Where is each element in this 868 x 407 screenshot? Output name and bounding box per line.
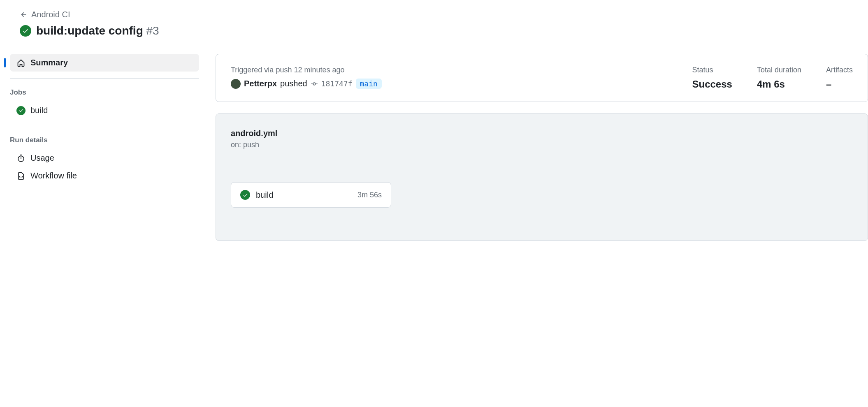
sidebar-item-label: Usage: [30, 153, 54, 163]
run-title-text: build:update config: [36, 24, 143, 37]
trigger-column: Triggered via push 12 minutes ago Petter…: [231, 66, 668, 90]
trigger-row: Petterpx pushed 181747f main: [231, 79, 668, 89]
main-content: Triggered via push 12 minutes ago Petter…: [216, 54, 868, 241]
trigger-action: pushed: [280, 79, 307, 88]
run-number: #3: [146, 24, 159, 37]
check-circle-icon: [16, 106, 26, 115]
duration-value[interactable]: 4m 6s: [757, 79, 801, 90]
svg-point-1: [313, 83, 316, 85]
workflow-file-name[interactable]: android.yml: [231, 129, 853, 138]
commit-icon: [311, 80, 318, 88]
avatar[interactable]: [231, 79, 241, 89]
status-label: Status: [692, 66, 732, 74]
duration-column: Total duration 4m 6s: [757, 66, 801, 90]
run-title: build:update config #3: [36, 24, 159, 37]
title-row: build:update config #3: [20, 24, 868, 37]
job-card-build[interactable]: build 3m 56s: [231, 182, 391, 208]
sidebar-item-usage[interactable]: Usage: [10, 149, 199, 167]
home-icon: [16, 58, 26, 67]
sidebar-heading-jobs: Jobs: [10, 85, 199, 100]
sidebar: Summary Jobs build Run details Usage Wor…: [10, 54, 199, 241]
run-summary-box: Triggered via push 12 minutes ago Petter…: [216, 54, 868, 102]
trigger-label: Triggered via push 12 minutes ago: [231, 66, 668, 74]
divider: [10, 78, 199, 79]
sidebar-item-workflow-file[interactable]: Workflow file: [10, 167, 199, 185]
branch-label[interactable]: main: [356, 79, 382, 89]
page-header: Android CI build:update config #3: [10, 10, 868, 37]
sidebar-heading-details: Run details: [10, 133, 199, 148]
sidebar-item-label: Workflow file: [30, 171, 77, 180]
status-column: Status Success: [692, 66, 732, 90]
job-duration: 3m 56s: [357, 191, 382, 199]
author-name[interactable]: Petterpx: [244, 79, 277, 88]
artifacts-label: Artifacts: [826, 66, 853, 74]
status-value: Success: [692, 79, 732, 90]
check-circle-icon: [20, 25, 31, 37]
workflow-trigger-text: on: push: [231, 141, 853, 149]
file-code-icon: [16, 171, 26, 180]
sidebar-item-summary[interactable]: Summary: [10, 54, 199, 72]
sidebar-item-label: Summary: [30, 58, 68, 67]
breadcrumb-workflow-name[interactable]: Android CI: [31, 10, 70, 19]
sidebar-item-job-build[interactable]: build: [10, 102, 199, 119]
artifacts-value: –: [826, 79, 853, 90]
breadcrumb: Android CI: [20, 10, 868, 19]
commit-sha[interactable]: 181747f: [321, 79, 353, 88]
job-name: build: [256, 190, 352, 200]
divider: [10, 126, 199, 126]
artifacts-column: Artifacts –: [826, 66, 853, 90]
back-arrow-icon[interactable]: [20, 11, 28, 19]
duration-label: Total duration: [757, 66, 801, 74]
check-circle-icon: [240, 190, 250, 200]
sidebar-item-label: build: [30, 106, 48, 115]
workflow-graph-box: android.yml on: push build 3m 56s: [216, 113, 868, 241]
stopwatch-icon: [16, 154, 26, 163]
